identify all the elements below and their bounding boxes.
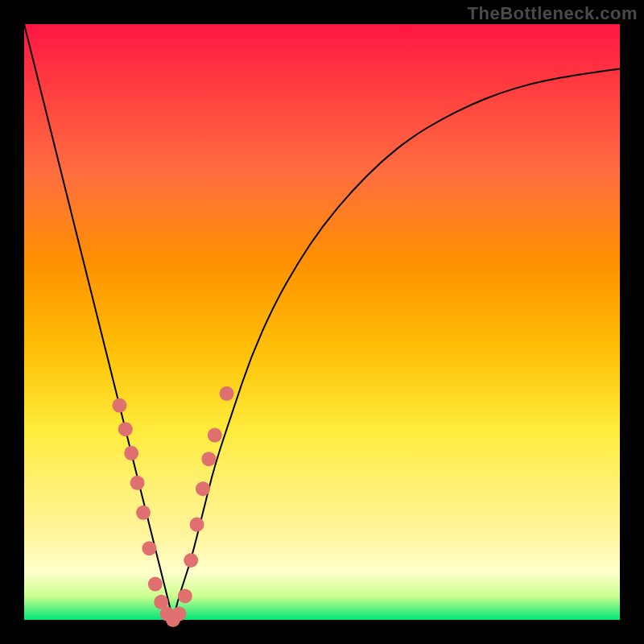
data-marker [184,553,198,568]
data-marker [190,518,204,532]
chart-overlay [24,24,620,620]
data-marker [130,476,145,490]
bottleneck-curve [24,24,620,614]
data-marker [178,588,192,603]
data-marker [112,398,126,413]
data-marker [142,541,156,555]
data-marker [196,481,210,496]
data-marker [201,452,216,466]
data-marker [124,446,138,460]
data-marker [136,506,151,520]
data-marker [208,428,222,443]
data-marker [118,422,133,436]
watermark-text: TheBottleneck.com [468,3,638,24]
data-marker [148,577,163,592]
data-marker [220,386,234,401]
chart-frame: TheBottleneck.com [0,0,644,644]
marker-group [112,386,233,627]
data-marker [171,607,186,621]
